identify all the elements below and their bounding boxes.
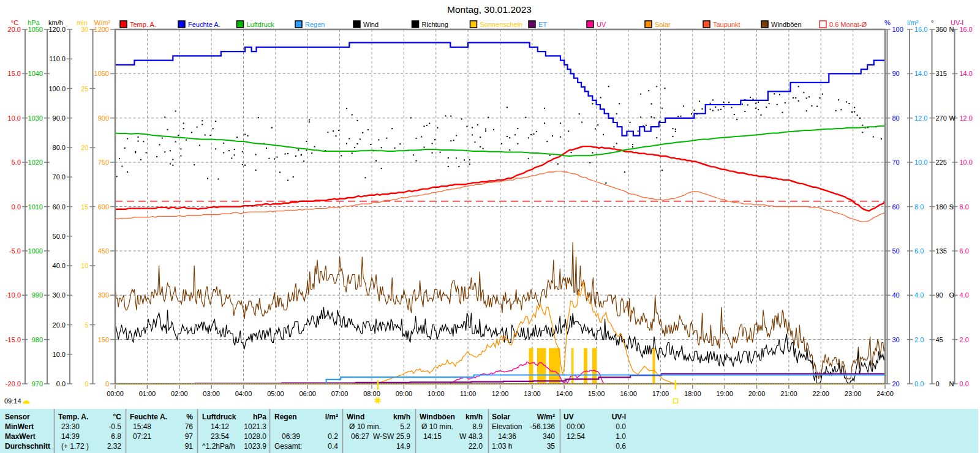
svg-text:UV-I: UV-I (612, 413, 626, 421)
svg-text:09:00: 09:00 (396, 390, 413, 397)
svg-text:Luftdruck: Luftdruck (247, 21, 275, 28)
svg-text:12:00: 12:00 (492, 390, 509, 397)
svg-text:14.0: 14.0 (914, 70, 927, 77)
svg-text:12.0: 12.0 (960, 114, 973, 122)
svg-text:1021.3: 1021.3 (244, 422, 266, 431)
svg-text:Richtung: Richtung (422, 21, 448, 28)
svg-text:6.0: 6.0 (914, 247, 924, 255)
svg-text:970: 970 (32, 380, 43, 387)
svg-text:980: 980 (32, 336, 43, 343)
svg-text:14.9: 14.9 (396, 442, 411, 451)
svg-text:6.0: 6.0 (960, 247, 969, 255)
svg-text:1020: 1020 (28, 159, 43, 166)
svg-text:01:00: 01:00 (139, 390, 156, 397)
svg-text:Temp. A.: Temp. A. (58, 413, 88, 421)
svg-text:19:00: 19:00 (716, 390, 733, 397)
svg-text:21:00: 21:00 (780, 390, 797, 397)
svg-text:km/h: km/h (48, 19, 63, 26)
svg-text:14.0: 14.0 (960, 70, 973, 77)
svg-text:0.4: 0.4 (328, 442, 338, 451)
svg-text:0.0: 0.0 (914, 380, 924, 387)
svg-text:5.0: 5.0 (12, 159, 21, 166)
svg-text:5.2: 5.2 (400, 422, 410, 431)
svg-text:0.2: 0.2 (328, 432, 338, 441)
svg-text:06:27: 06:27 (351, 432, 369, 441)
svg-text:1200: 1200 (94, 26, 109, 33)
svg-text:2.32: 2.32 (107, 442, 122, 451)
svg-text:W: W (949, 114, 956, 122)
svg-text:0: 0 (936, 380, 940, 387)
svg-text:16.0: 16.0 (960, 26, 973, 33)
svg-text:110.0: 110.0 (49, 55, 66, 62)
svg-text:°: ° (931, 19, 933, 26)
svg-text:Taupunkt: Taupunkt (713, 21, 741, 28)
svg-text:%: % (884, 19, 891, 26)
svg-text:24:00: 24:00 (876, 390, 894, 397)
svg-text:min: min (77, 19, 88, 26)
svg-text:340: 340 (543, 432, 555, 441)
svg-text:10:00: 10:00 (428, 390, 445, 397)
svg-text:1050: 1050 (28, 26, 43, 33)
svg-text:°C: °C (11, 19, 18, 26)
svg-text:0: 0 (105, 380, 109, 387)
svg-text:100: 100 (892, 26, 903, 33)
svg-text:-56.136: -56.136 (530, 422, 555, 431)
svg-text:2.0: 2.0 (960, 336, 969, 343)
svg-text:225: 225 (936, 159, 947, 166)
svg-text:14:00: 14:00 (556, 390, 573, 397)
svg-text:14:12: 14:12 (211, 422, 229, 431)
svg-text:20.0: 20.0 (8, 26, 21, 33)
svg-text:Regen: Regen (274, 413, 297, 421)
svg-text:(+ 1.72 ): (+ 1.72 ) (61, 442, 89, 451)
svg-text:10.0: 10.0 (960, 159, 973, 166)
svg-text:14:15: 14:15 (423, 432, 442, 441)
svg-text:00:00: 00:00 (567, 422, 585, 431)
svg-text:1010: 1010 (28, 203, 43, 211)
svg-text:100.0: 100.0 (48, 85, 66, 92)
svg-text:1050: 1050 (94, 70, 109, 77)
svg-text:1030: 1030 (28, 114, 43, 122)
svg-text:Luftdruck: Luftdruck (202, 413, 236, 421)
svg-text:UV: UV (564, 413, 574, 421)
svg-text:-5.0: -5.0 (9, 247, 21, 255)
svg-text:03:00: 03:00 (203, 390, 220, 397)
svg-text:600: 600 (98, 203, 109, 211)
svg-text:10: 10 (81, 262, 88, 269)
svg-text:l/m²: l/m² (907, 19, 919, 26)
svg-text:20:00: 20:00 (748, 390, 766, 397)
svg-text:35: 35 (547, 442, 556, 451)
svg-text:14:39: 14:39 (61, 432, 80, 441)
svg-text:Solar: Solar (655, 21, 671, 28)
svg-text:90: 90 (936, 291, 943, 299)
svg-text:MaxWert: MaxWert (5, 432, 36, 441)
svg-text:Sonnenschein: Sonnenschein (480, 21, 523, 28)
svg-text:%: % (186, 413, 193, 421)
svg-text:20.0: 20.0 (53, 321, 66, 329)
svg-text:4.0: 4.0 (960, 291, 969, 299)
svg-text:30.0: 30.0 (53, 291, 66, 299)
svg-text:Gesamt:: Gesamt: (274, 442, 302, 451)
svg-text:23:54: 23:54 (211, 432, 229, 441)
svg-text:Windböen: Windböen (771, 21, 802, 28)
svg-text:97: 97 (185, 432, 194, 441)
svg-text:W/m²: W/m² (537, 413, 555, 421)
svg-text:04:00: 04:00 (235, 390, 252, 397)
svg-text:17:00: 17:00 (652, 390, 669, 397)
svg-text:-20.0: -20.0 (6, 380, 21, 387)
svg-text:0.0: 0.0 (12, 203, 21, 211)
svg-text:22:00: 22:00 (812, 390, 829, 397)
svg-text:12.0: 12.0 (914, 114, 927, 122)
svg-text:11:00: 11:00 (460, 390, 477, 397)
svg-text:23:00: 23:00 (845, 390, 862, 397)
svg-text:N: N (949, 380, 954, 387)
svg-text:Durchschnitt: Durchschnitt (5, 442, 50, 451)
svg-text:N: N (949, 26, 954, 33)
svg-text:Ø 10 min.: Ø 10 min. (421, 422, 453, 431)
svg-text:09:14: 09:14 (4, 397, 21, 405)
svg-text:12:54: 12:54 (567, 432, 585, 441)
svg-text:15: 15 (81, 203, 88, 211)
svg-text:80.0: 80.0 (53, 144, 66, 151)
svg-text:O: O (949, 291, 955, 299)
svg-text:1.0: 1.0 (616, 432, 626, 441)
svg-text:2.0: 2.0 (914, 336, 924, 343)
